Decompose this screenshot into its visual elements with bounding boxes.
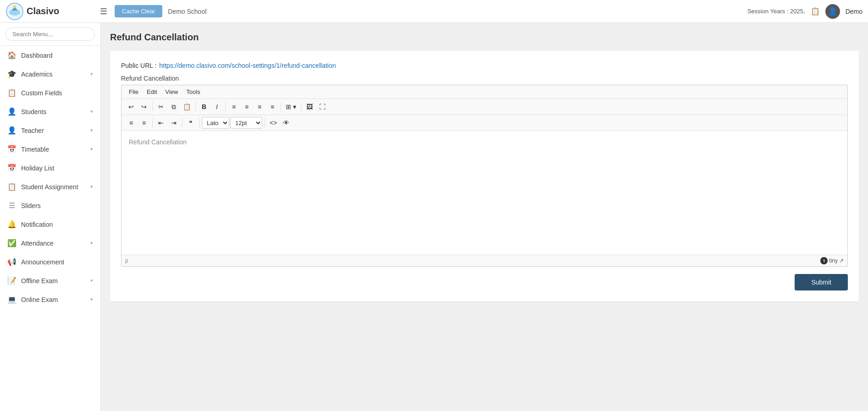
editor-body[interactable]: Refund Cancellation	[122, 131, 847, 255]
page-title: Refund Cancellation	[110, 32, 859, 43]
indent-button[interactable]: ⇥	[168, 117, 180, 129]
editor-label: Refund Cancellation	[121, 75, 848, 82]
numbered-list-button[interactable]: ≡	[138, 117, 150, 129]
sidebar-item-custom-fields[interactable]: 📋 Custom Fields	[0, 83, 100, 102]
sidebar-label-announcement: Announcement	[21, 258, 93, 266]
submit-button[interactable]: Submit	[795, 274, 848, 290]
dashboard-icon: 🏠	[7, 51, 17, 60]
sidebar-item-announcement[interactable]: 📢 Announcement	[0, 252, 100, 271]
tiny-text: tiny	[829, 258, 838, 264]
copy-button[interactable]: ⧉	[168, 101, 180, 113]
menu-item-tools[interactable]: Tools	[182, 87, 204, 97]
public-url-label: Public URL :	[121, 62, 156, 69]
sidebar-label-attendance: Attendance	[21, 240, 86, 247]
chevron-teacher: ▾	[90, 127, 93, 133]
justify-button[interactable]: ≡	[266, 101, 278, 113]
submit-row: Submit	[121, 274, 848, 290]
tiny-brand: t tiny ↗	[820, 257, 844, 264]
toolbar-sep-3	[225, 102, 226, 111]
chevron-online-exam: ▾	[90, 296, 93, 302]
sidebar-item-online-exam[interactable]: 💻 Online Exam ▾	[0, 290, 100, 309]
undo-button[interactable]: ↩	[125, 101, 137, 113]
toolbar-sep-8	[199, 118, 199, 127]
paste-button[interactable]: 📋	[181, 101, 193, 113]
menu-item-view[interactable]: View	[161, 87, 182, 97]
chevron-students: ▾	[90, 109, 93, 115]
hamburger-button[interactable]: ☰	[98, 5, 109, 18]
bold-button[interactable]: B	[198, 101, 210, 113]
redo-button[interactable]: ↪	[138, 101, 150, 113]
announcement-icon: 📢	[7, 258, 17, 266]
sidebar-label-students: Students	[21, 108, 86, 115]
chevron-academics: ▾	[90, 71, 93, 77]
toolbar-sep-7	[182, 118, 182, 127]
sidebar: 🏠 Dashboard 🎓 Academics ▾ 📋 Custom Field…	[0, 23, 101, 411]
sidebar-label-sliders: Sliders	[21, 202, 93, 209]
editor-toolbar-row2: ≡ ≡ ⇤ ⇥ ❝ Lato 12pt <> 👁	[122, 115, 847, 131]
chevron-attendance: ▾	[90, 240, 93, 246]
blockquote-button[interactable]: ❝	[185, 117, 197, 129]
copy-icon-button[interactable]: 📋	[811, 7, 820, 16]
tiny-resize[interactable]: ↗	[839, 258, 844, 264]
offline-exam-icon: 📝	[7, 276, 17, 285]
sidebar-item-dashboard[interactable]: 🏠 Dashboard	[0, 46, 100, 65]
svg-point-3	[13, 5, 16, 8]
preview-button[interactable]: 👁	[280, 117, 292, 129]
logo-icon	[6, 2, 24, 21]
menu-item-file[interactable]: File	[125, 87, 142, 97]
chevron-offline-exam: ▾	[90, 278, 93, 284]
top-header: Clasivo ☰ Cache Clear Demo School Sessio…	[0, 0, 868, 23]
align-left-button[interactable]: ≡	[228, 101, 240, 113]
menu-item-edit[interactable]: Edit	[143, 87, 160, 97]
sidebar-item-attendance[interactable]: ✅ Attendance ▾	[0, 234, 100, 252]
search-input[interactable]	[6, 27, 95, 41]
toolbar-sep-1	[152, 102, 153, 111]
chevron-student-assignment: ▾	[90, 184, 93, 190]
attendance-icon: ✅	[7, 239, 17, 247]
sidebar-item-students[interactable]: 👤 Students ▾	[0, 102, 100, 121]
bullet-list-button[interactable]: ≡	[125, 117, 137, 129]
user-name: Demo	[846, 8, 862, 15]
editor-menubar: FileEditViewTools	[122, 85, 847, 99]
main-card: Public URL : https://demo.clasivo.com/sc…	[110, 51, 859, 301]
logo-area: Clasivo	[6, 2, 93, 21]
sidebar-item-holiday-list[interactable]: 📅 Holiday List	[0, 159, 100, 177]
sidebar-item-academics[interactable]: 🎓 Academics ▾	[0, 65, 100, 83]
sidebar-item-timetable[interactable]: 📅 Timetable ▾	[0, 140, 100, 159]
italic-button[interactable]: I	[211, 101, 223, 113]
content-area: Refund Cancellation Public URL : https:/…	[101, 23, 868, 411]
sidebar-label-timetable: Timetable	[21, 146, 86, 153]
cut-button[interactable]: ✂	[155, 101, 167, 113]
sidebar-item-sliders[interactable]: ☰ Sliders	[0, 196, 100, 215]
code-button[interactable]: <>	[267, 117, 279, 129]
font-size-select[interactable]: 12pt	[230, 117, 262, 129]
online-exam-icon: 💻	[7, 295, 17, 304]
image-button[interactable]: 🖼	[304, 101, 315, 113]
sidebar-label-academics: Academics	[21, 71, 86, 78]
table-button[interactable]: ⊞ ▾	[283, 101, 299, 113]
notification-icon: 🔔	[7, 220, 17, 229]
sidebar-item-notification[interactable]: 🔔 Notification	[0, 215, 100, 234]
align-right-button[interactable]: ≡	[254, 101, 265, 113]
school-name: Demo School	[168, 8, 206, 15]
font-family-select[interactable]: Lato	[202, 117, 229, 129]
align-center-button[interactable]: ≡	[241, 101, 253, 113]
sidebar-item-offline-exam[interactable]: 📝 Offline Exam ▾	[0, 271, 100, 290]
sidebar-label-student-assignment: Student Assignment	[21, 183, 86, 191]
sidebar-label-custom-fields: Custom Fields	[21, 89, 93, 97]
session-info: Session Years : 2025,	[747, 8, 805, 15]
sidebar-item-student-assignment[interactable]: 📋 Student Assignment ▾	[0, 177, 100, 196]
outdent-button[interactable]: ⇤	[155, 117, 167, 129]
sidebar-item-teacher[interactable]: 👤 Teacher ▾	[0, 121, 100, 140]
toolbar-sep-5	[301, 102, 301, 111]
toolbar-sep-6	[152, 118, 153, 127]
editor-content: Refund Cancellation	[129, 138, 187, 146]
public-url-link[interactable]: https://demo.clasivo.com/school-settings…	[159, 62, 336, 69]
cache-clear-button[interactable]: Cache Clear	[115, 5, 162, 17]
fullscreen-button[interactable]: ⛶	[316, 101, 328, 113]
app-logo-text: Clasivo	[27, 6, 59, 16]
sidebar-label-holiday-list: Holiday List	[21, 164, 93, 172]
chevron-timetable: ▾	[90, 146, 93, 152]
teacher-icon: 👤	[7, 126, 17, 135]
students-icon: 👤	[7, 107, 17, 116]
